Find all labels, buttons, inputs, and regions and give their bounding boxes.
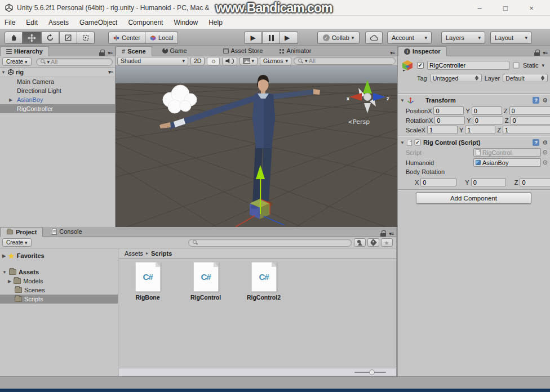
body-rotation-z-field[interactable]	[520, 178, 550, 186]
body-rotation-y-field[interactable]	[471, 178, 506, 186]
static-checkbox[interactable]	[513, 63, 520, 69]
scale-tool-button[interactable]	[59, 32, 77, 44]
step-button[interactable]: ▶	[280, 32, 298, 44]
humanoid-object-field[interactable]: AsianBoy	[473, 158, 541, 167]
panel-menu-icon[interactable]: ▾≡	[390, 50, 394, 56]
menu-item-edit[interactable]: Edit	[26, 19, 38, 26]
gizmo-x-label[interactable]: x	[347, 96, 350, 101]
project-create-button[interactable]: Create ▾	[2, 238, 32, 247]
tree-item-favorites[interactable]: ▶ ★ Favorites	[0, 251, 118, 260]
tab-console[interactable]: Console	[46, 226, 87, 237]
file-rigcontrol[interactable]: C# RigControl	[185, 262, 227, 301]
minimize-button[interactable]: –	[467, 0, 493, 16]
gizmos-dropdown[interactable]: Gizmos ▾	[260, 57, 291, 65]
active-checkbox[interactable]: ✓	[417, 62, 424, 69]
menu-item-help[interactable]: Help	[209, 19, 223, 26]
tag-dropdown[interactable]: Untagged	[430, 74, 482, 82]
position-y-field[interactable]	[472, 106, 502, 115]
hierarchy-create-button[interactable]: Create ▾	[2, 57, 32, 66]
foldout-open-icon[interactable]: ▼	[1, 70, 6, 75]
rotation-z-field[interactable]	[510, 116, 550, 124]
foldout-open-icon[interactable]: ▼	[2, 270, 7, 275]
object-picker-icon[interactable]: ⊙	[543, 149, 548, 155]
rotation-y-field[interactable]	[473, 116, 503, 124]
move-tool-button[interactable]	[23, 32, 41, 44]
lock-icon[interactable]	[534, 50, 540, 56]
file-rigcontrol2[interactable]: C# RigControl2	[243, 262, 285, 301]
tree-item-scenes[interactable]: Scenes	[0, 286, 118, 295]
layout-dropdown[interactable]: Layout ▾	[490, 32, 532, 44]
transform-header[interactable]: ▼ Transform ⚙	[398, 95, 550, 105]
tab-hierarchy[interactable]: Hierarchy	[0, 46, 49, 56]
project-search[interactable]	[188, 239, 352, 247]
layer-dropdown[interactable]: Default	[503, 74, 548, 82]
tab-game[interactable]: Game	[157, 46, 193, 56]
foldout-open-icon[interactable]: ▼	[400, 140, 405, 145]
hierarchy-item-directional-light[interactable]: Directional Light	[0, 86, 115, 95]
search-by-type-button[interactable]	[354, 238, 366, 247]
play-button[interactable]: ▶	[244, 32, 262, 44]
gameobject-name-field[interactable]	[427, 61, 509, 70]
menu-item-file[interactable]: File	[5, 19, 15, 26]
gear-icon[interactable]: ⚙	[542, 139, 548, 146]
help-icon[interactable]	[533, 97, 539, 104]
lock-icon[interactable]	[380, 230, 386, 237]
breadcrumb-current[interactable]: Scripts	[151, 250, 172, 257]
menu-item-component[interactable]: Component	[128, 19, 163, 26]
panel-menu-icon[interactable]: ▾≡	[108, 50, 112, 56]
foldout-closed-icon[interactable]: ▶	[9, 97, 12, 103]
tree-item-scripts[interactable]: Scripts	[0, 295, 118, 304]
scene-root-row[interactable]: ▼ rig ▾≡	[0, 68, 115, 77]
add-component-button[interactable]: Add Component	[416, 192, 531, 204]
panel-menu-icon[interactable]: ▾≡	[389, 231, 393, 237]
static-dropdown-icon[interactable]: ▾	[542, 63, 545, 68]
menu-item-assets[interactable]: Assets	[48, 19, 69, 26]
object-picker-icon[interactable]: ⊙	[543, 159, 548, 166]
foldout-closed-icon[interactable]: ▶	[2, 253, 6, 259]
rect-tool-button[interactable]	[77, 32, 95, 44]
gear-icon[interactable]: ⚙	[542, 97, 548, 104]
rotate-tool-button[interactable]	[41, 32, 59, 44]
layers-dropdown[interactable]: Layers ▾	[441, 32, 485, 44]
cloud-button[interactable]	[365, 32, 383, 44]
effects-dropdown-button[interactable]: ▾	[239, 57, 258, 65]
scene-menu-icon[interactable]: ▾≡	[108, 69, 115, 75]
rotation-x-field[interactable]	[434, 116, 465, 124]
space-local-button[interactable]: Local	[145, 32, 178, 44]
collab-button[interactable]: ✓ Collab ▾	[317, 32, 360, 44]
gizmo-z-label[interactable]: z	[387, 96, 389, 101]
file-rigbone[interactable]: C# RigBone	[127, 262, 168, 301]
tree-item-assets[interactable]: ▼ Assets	[0, 268, 118, 277]
body-rotation-x-field[interactable]	[420, 178, 456, 186]
scale-y-field[interactable]	[465, 126, 495, 134]
scene-search[interactable]: ▾ All	[294, 57, 396, 65]
close-button[interactable]: ×	[518, 0, 544, 16]
lighting-toggle-button[interactable]: ☼	[207, 57, 220, 65]
rig-control-enabled-checkbox[interactable]: ✓	[415, 140, 421, 146]
menu-item-gameobject[interactable]: GameObject	[79, 19, 117, 26]
hierarchy-item-rigcontroller[interactable]: RigController	[0, 104, 115, 113]
pause-button[interactable]	[262, 32, 280, 44]
icon-size-slider[interactable]	[354, 372, 386, 373]
tab-inspector[interactable]: Inspector	[398, 46, 447, 56]
foldout-closed-icon[interactable]: ▶	[8, 279, 11, 284]
tab-project[interactable]: Project	[0, 227, 43, 237]
persp-label[interactable]: Persp	[353, 118, 370, 126]
search-favorites-button[interactable]: ★	[381, 238, 393, 247]
tab-animator[interactable]: Animator	[274, 46, 317, 56]
audio-toggle-button[interactable]	[222, 57, 237, 65]
scene-viewport[interactable]: x z < Persp	[116, 66, 397, 227]
2d-toggle-button[interactable]: 2D	[190, 57, 205, 65]
search-by-label-button[interactable]	[367, 238, 379, 247]
rig-control-header[interactable]: ▼ ✓ Rig Control (Script) ⚙	[398, 137, 550, 148]
tab-scene[interactable]: # Scene	[116, 46, 152, 56]
scale-x-field[interactable]	[427, 126, 458, 134]
foldout-open-icon[interactable]: ▼	[400, 98, 405, 103]
hierarchy-search[interactable]: ▾ All	[36, 58, 113, 66]
shading-mode-dropdown[interactable]: Shaded ▾	[117, 57, 188, 65]
hierarchy-item-asianboy[interactable]: ▶ AsianBoy	[0, 95, 115, 104]
slider-knob[interactable]	[369, 369, 375, 375]
script-object-field[interactable]: RigControl	[473, 148, 541, 157]
hierarchy-item-main-camera[interactable]: Main Camera	[0, 77, 115, 86]
tree-item-models[interactable]: ▶ Models	[0, 277, 118, 286]
